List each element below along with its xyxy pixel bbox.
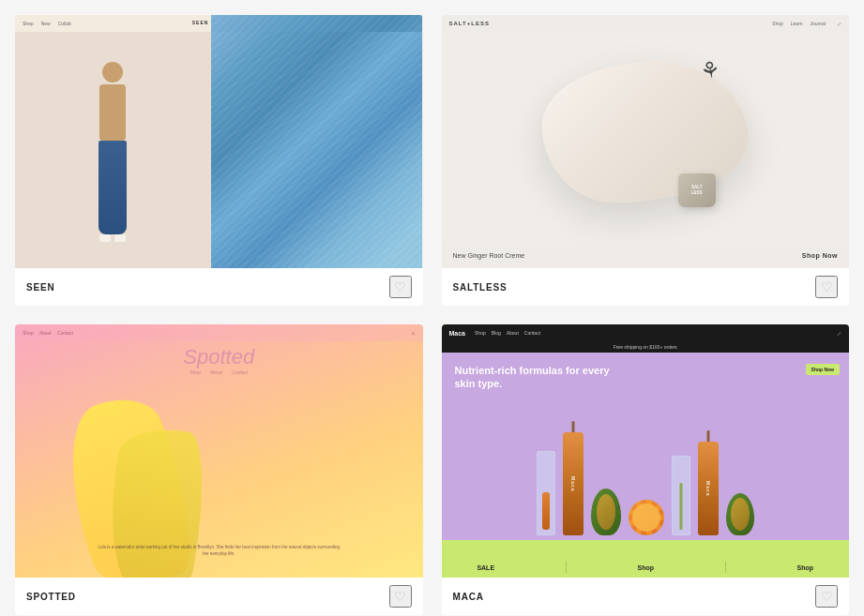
maca-shop-now-button[interactable]: Shop Now: [806, 364, 840, 375]
maca-products-row: Maca: [442, 395, 850, 535]
maca-brand: Maca: [449, 330, 466, 337]
seen-title: SEEN: [26, 282, 54, 293]
spotted-nav-shop: Shop: [23, 330, 34, 336]
spotted-sub-nav: Shop About Contact: [189, 369, 248, 375]
maca-orange-slice: [629, 500, 664, 535]
card-seen: Shop New Collab SEEN THE LABEL ⤢: [15, 15, 423, 306]
model-torso: [99, 84, 126, 141]
saltless-nav-learn: Learn: [791, 21, 803, 26]
card-maca: Maca Shop Blog About Contact ⤢ Free ship…: [442, 324, 850, 615]
maca-footer: MACA ♡: [442, 578, 850, 615]
saltless-product-container: ⚘ SALTLESS: [523, 53, 767, 221]
maca-nav-about: About: [507, 330, 519, 336]
saltless-nav-shop: Shop: [772, 21, 783, 26]
maca-glass1: [537, 451, 555, 535]
saltless-footer: SALTLESS ♡: [442, 268, 850, 306]
saltless-product-name: New Ginger Root Creme: [453, 252, 525, 259]
maca-expand-icon: ⤢: [837, 330, 841, 337]
maca-divider1: [566, 562, 567, 573]
maca-shop2-label: Shop: [797, 564, 814, 571]
maca-glass2: [672, 456, 690, 535]
maca-divider2: [725, 562, 726, 573]
maca-like-button[interactable]: ♡: [815, 585, 838, 608]
card-saltless: SALT+LESS Shop Learn Journal ⤢ ⚘ SALTLES…: [442, 15, 850, 306]
saltless-flowers-icon: ⚘: [697, 55, 722, 84]
saltless-blob: [542, 62, 749, 203]
maca-bottle1: Maca: [563, 432, 584, 535]
saltless-expand-icon: ⤢: [837, 21, 841, 27]
maca-black-navbar: Maca Shop Blog About Contact ⤢: [442, 324, 850, 341]
saltless-brand-nav: SALT+LESS: [449, 21, 490, 26]
spotted-preview: Shop About Contact ✕ Spotted Shop About …: [15, 324, 423, 578]
saltless-product-area: ⚘ SALTLESS: [442, 15, 850, 268]
spotted-navbar: Shop About Contact ✕: [15, 324, 423, 341]
maca-nav-blog: Blog: [492, 330, 501, 336]
maca-title: MACA: [453, 592, 484, 602]
spotted-body-text: Lula is a watercolor artist working out …: [97, 544, 341, 557]
spotted-like-button[interactable]: ♡: [389, 585, 412, 608]
maca-bottom-bar: SALE Shop Shop: [442, 557, 850, 578]
spotted-nav-about: About: [39, 330, 52, 336]
seen-model-figure: [87, 62, 139, 268]
maca-bottle2: Maca: [698, 442, 719, 535]
maca-top-banner: Free shipping on $100+ orders: [442, 341, 850, 353]
saltless-navbar: SALT+LESS Shop Learn Journal ⤢: [442, 15, 850, 32]
saltless-jar: SALTLESS: [678, 173, 716, 207]
maca-nav-shop: Shop: [475, 330, 486, 336]
maca-shop1-label: Shop: [638, 564, 655, 571]
spotted-footer: SPOTTED ♡: [15, 578, 423, 615]
maca-avocado: [591, 488, 621, 535]
model-shoes: [87, 234, 139, 242]
saltless-like-button[interactable]: ♡: [815, 276, 838, 298]
spotted-title: SPOTTED: [26, 592, 76, 602]
card-grid: Shop New Collab SEEN THE LABEL ⤢: [15, 15, 849, 615]
seen-jeans-section: [211, 15, 423, 268]
model-head: [102, 62, 123, 83]
spotted-nav-contact: Contact: [57, 330, 73, 336]
maca-avocado2: [726, 493, 754, 535]
seen-footer: SEEN ♡: [15, 268, 423, 306]
spotted-close-icon: ✕: [411, 330, 416, 337]
seen-nav-shop: Shop: [23, 21, 34, 26]
card-spotted: Shop About Contact ✕ Spotted Shop About …: [15, 324, 423, 615]
seen-like-button[interactable]: ♡: [389, 276, 412, 298]
seen-nav-collab: Collab: [58, 21, 71, 26]
seen-preview: Shop New Collab SEEN THE LABEL ⤢: [15, 15, 423, 268]
seen-nav-new: New: [41, 21, 51, 26]
maca-nav-contact: Contact: [524, 330, 540, 336]
saltless-shop-now[interactable]: Shop Now: [802, 252, 838, 259]
saltless-preview: SALT+LESS Shop Learn Journal ⤢ ⚘ SALTLES…: [442, 15, 850, 268]
saltless-nav-journal: Journal: [811, 21, 826, 26]
saltless-title: SALTLESS: [453, 282, 508, 293]
spotted-brand: Spotted: [183, 345, 254, 369]
seen-model-section: [15, 15, 211, 268]
maca-headline: Nutrient-rich formulas for every skin ty…: [455, 364, 624, 391]
saltless-bottom-bar: New Ginger Root Creme Shop Now: [442, 242, 850, 268]
maca-sale-label: SALE: [477, 564, 494, 571]
maca-hero-section: Nutrient-rich formulas for every skin ty…: [442, 353, 850, 540]
maca-preview: Maca Shop Blog About Contact ⤢ Free ship…: [442, 324, 850, 578]
model-jeans: [99, 141, 127, 234]
